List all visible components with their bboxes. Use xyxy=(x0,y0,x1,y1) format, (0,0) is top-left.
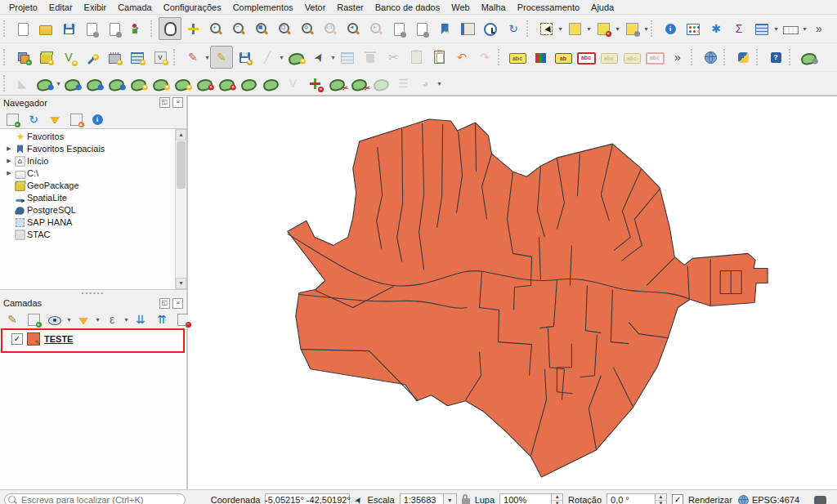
spin-down-icon[interactable]: ▼ xyxy=(656,500,666,504)
expander-icon[interactable]: ▶ xyxy=(5,158,13,164)
locator-search[interactable] xyxy=(4,493,186,504)
magnifier-spinner[interactable]: ▲▼ xyxy=(552,493,563,504)
snap-vertex-tool-button[interactable]: × xyxy=(304,74,326,93)
menu-ajuda[interactable]: Ajuda xyxy=(585,2,620,13)
search-input[interactable] xyxy=(4,493,186,504)
measure-button[interactable] xyxy=(779,17,802,40)
select-features-button[interactable] xyxy=(535,17,557,40)
move-label-button[interactable]: abc xyxy=(598,46,620,69)
browser-properties-button[interactable]: i xyxy=(87,109,107,128)
layer-diagram-button[interactable] xyxy=(529,46,552,69)
expand-all-button[interactable]: ⇊ xyxy=(131,310,150,329)
delete-part-button[interactable]: × xyxy=(216,74,238,93)
copy-features-button[interactable] xyxy=(405,46,427,69)
open-project-button[interactable] xyxy=(34,17,57,40)
menu-web[interactable]: Web xyxy=(445,2,475,13)
metasearch-button[interactable] xyxy=(699,46,722,69)
style-manager-button[interactable]: a xyxy=(126,17,149,40)
new-spatialite-layer-button[interactable]: ✶ xyxy=(80,46,103,69)
shape-digitizing-button[interactable] xyxy=(797,46,820,69)
zoom-native-button[interactable]: 1:1 xyxy=(319,17,342,40)
menu-raster[interactable]: Raster xyxy=(331,2,369,13)
statistics-summary-button[interactable]: Σ xyxy=(727,17,750,40)
toggle-editing-button[interactable]: ✎ xyxy=(210,46,233,69)
zoom-to-layer-button[interactable]: ◇ xyxy=(296,17,319,40)
select-features-by-value-button[interactable] xyxy=(563,17,586,40)
coordinate-value[interactable]: -5,05215° -42,50192° xyxy=(265,493,350,504)
highlight-pinned-labels-button[interactable]: abc xyxy=(575,46,598,69)
simplify-feature-button[interactable] xyxy=(105,74,128,93)
toolbar-overflow-1-button[interactable]: » xyxy=(808,17,830,40)
menu-vetor[interactable]: Vetor xyxy=(299,2,332,13)
add-group-button[interactable]: + xyxy=(24,310,43,329)
menu-banco-de-dados[interactable]: Banco de dados xyxy=(369,2,446,13)
run-feature-action-button[interactable] xyxy=(682,17,705,40)
paste-features-button[interactable] xyxy=(427,46,450,69)
toolbar-grip[interactable] xyxy=(789,49,794,65)
zoom-full-button[interactable]: ▣ xyxy=(250,17,273,40)
toolbar-grip[interactable] xyxy=(3,75,8,91)
toolbar-grip[interactable] xyxy=(691,49,696,65)
browser-item-in-cio[interactable]: ▶⌂Início xyxy=(0,154,175,167)
menu-processamento[interactable]: Processamento xyxy=(512,2,585,13)
merge-features-button[interactable] xyxy=(370,74,392,93)
current-edits-dropdown-icon[interactable]: ▾ xyxy=(204,54,210,61)
toolbar-grip[interactable] xyxy=(150,20,155,37)
data-source-manager-button[interactable]: + xyxy=(11,46,34,69)
processing-toolbox-button[interactable]: ✱ xyxy=(705,17,727,40)
pan-to-selection-button[interactable] xyxy=(181,17,204,40)
temporal-controller-button[interactable] xyxy=(479,17,502,40)
change-label-button[interactable]: abc xyxy=(643,46,666,69)
rotate-point-symbols-button[interactable]: ◕ xyxy=(414,74,436,93)
new-shapefile-layer-button[interactable]: V✶ xyxy=(57,46,80,69)
browser-item-favoritos[interactable]: ★Favoritos xyxy=(0,130,175,142)
zoom-to-selection-button[interactable]: ▢ xyxy=(273,17,296,40)
copy-move-feature-button[interactable] xyxy=(83,74,105,93)
crs-status[interactable]: EPSG:4674 xyxy=(737,493,799,504)
layer-name[interactable]: TESTE xyxy=(44,334,73,344)
show-hide-labels-button[interactable]: abc xyxy=(620,46,643,69)
zoom-in-button[interactable]: + xyxy=(204,17,227,40)
browser-item-spatialite[interactable]: SpatiaLite xyxy=(0,191,175,203)
undo-button[interactable]: ↶ xyxy=(450,46,473,69)
new-print-layout-button[interactable] xyxy=(80,17,103,40)
show-layout-manager-button[interactable] xyxy=(103,17,126,40)
offset-curve-button[interactable] xyxy=(260,74,282,93)
filter-by-expression-dropdown-icon[interactable]: ▾ xyxy=(123,316,129,323)
menu-camada[interactable]: Camada xyxy=(112,2,158,13)
reverse-line-button[interactable]: V xyxy=(282,74,304,93)
select-features-by-value-dropdown-icon[interactable]: ▾ xyxy=(586,25,592,33)
map-canvas[interactable] xyxy=(188,96,837,489)
vertex-tool-dropdown-icon[interactable]: ▾ xyxy=(330,54,336,61)
identify-features-button[interactable]: i xyxy=(659,17,682,40)
scale-dropdown-icon[interactable]: ▼ xyxy=(444,493,457,504)
browser-item-geopackage[interactable]: GeoPackage xyxy=(0,179,175,191)
new-3d-map-view-button[interactable] xyxy=(410,17,433,40)
spin-up-icon[interactable]: ▲ xyxy=(552,494,562,500)
zoom-last-button[interactable]: ◂ xyxy=(342,17,365,40)
cad-tools-button[interactable]: ◣ xyxy=(11,74,34,93)
python-console-button[interactable] xyxy=(732,46,754,69)
split-parts-button[interactable]: ✂ xyxy=(348,74,370,93)
manage-map-themes-button[interactable] xyxy=(45,310,65,329)
lock-scale-icon[interactable] xyxy=(462,498,470,504)
toolbar-grip[interactable] xyxy=(526,20,531,37)
digitize-with-segment-button[interactable]: ╱ xyxy=(256,46,279,69)
pan-map-button[interactable] xyxy=(159,17,181,40)
attribute-table-dropdown-icon[interactable]: ▾ xyxy=(773,25,779,33)
rotate-point-symbols-dropdown-icon[interactable]: ▾ xyxy=(436,80,442,87)
filter-legend-dropdown-icon[interactable]: ▾ xyxy=(95,316,101,323)
delete-ring-button[interactable]: × xyxy=(194,74,216,93)
scroll-down-icon[interactable]: ▼ xyxy=(176,278,186,289)
zoom-out-button[interactable]: − xyxy=(227,17,250,40)
new-spatial-bookmark-button[interactable]: ✶ xyxy=(433,17,456,40)
scroll-thumb[interactable] xyxy=(177,141,186,189)
menu-editar[interactable]: Editar xyxy=(43,2,78,13)
invert-selection-dropdown-icon[interactable]: ▾ xyxy=(643,25,649,33)
menu-projeto[interactable]: Projeto xyxy=(3,2,43,13)
digitize-with-segment-dropdown-icon[interactable]: ▾ xyxy=(279,54,284,61)
rotation-spinner[interactable]: ▲▼ xyxy=(656,493,667,504)
add-ring-button[interactable]: ✶ xyxy=(150,74,172,93)
new-temporary-scratch-layer-button[interactable]: ✶ xyxy=(103,46,126,69)
rotate-feature-button[interactable] xyxy=(61,74,83,93)
